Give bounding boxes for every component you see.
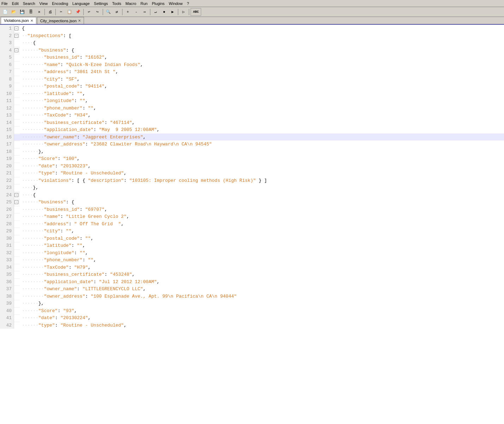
gutter-cell xyxy=(14,54,20,54)
line-number: 30 xyxy=(0,235,14,242)
line-number: 11 xyxy=(0,97,14,104)
toolbar-sync-scroll[interactable]: ⇔ xyxy=(141,8,149,16)
toolbar-close[interactable]: ✕ xyxy=(35,8,43,16)
line-number: 1 xyxy=(0,25,14,32)
line-content: ····}, xyxy=(20,184,504,191)
table-row: 14········"business_certificate": "46711… xyxy=(0,119,504,126)
toolbar-sep-7 xyxy=(178,9,178,15)
menubar: File Edit Search View Encoding Language … xyxy=(0,0,504,7)
line-number: 36 xyxy=(0,278,14,286)
tab-violations-close[interactable]: ✕ xyxy=(30,19,33,23)
fold-marker[interactable]: − xyxy=(14,48,18,52)
menu-edit[interactable]: Edit xyxy=(12,1,19,6)
fold-marker[interactable]: − xyxy=(14,193,18,197)
tab-city-inspections-json[interactable]: City_inspections.json ✕ xyxy=(37,17,84,24)
toolbar-cut[interactable]: ✂ xyxy=(57,8,65,16)
tab-city-close[interactable]: ✕ xyxy=(78,19,81,23)
toolbar-macro-play[interactable]: ▶ xyxy=(169,8,176,16)
tabbar: Violations.json ✕ City_inspections.json … xyxy=(0,17,504,25)
fold-marker[interactable]: − xyxy=(14,200,18,204)
toolbar-save[interactable]: 💾 xyxy=(18,8,26,16)
table-row: 21······"type": "Routine - Unscheduled", xyxy=(0,169,504,177)
line-number: 20 xyxy=(0,162,14,170)
toolbar-redo[interactable]: ↪ xyxy=(94,8,101,16)
menu-settings[interactable]: Settings xyxy=(94,1,108,6)
line-content: ······"date": "20130223", xyxy=(20,162,504,170)
toolbar-copy[interactable]: 📋 xyxy=(66,8,73,16)
menu-plugins[interactable]: Plugins xyxy=(152,1,164,6)
table-row: 8········"city": "SF", xyxy=(0,76,504,83)
table-row: 17········"owner_address": "23682 Clawit… xyxy=(0,141,504,148)
menu-window[interactable]: Window xyxy=(169,1,182,6)
menu-tools[interactable]: Tools xyxy=(112,1,121,6)
line-content: ········"latitude": "", xyxy=(20,90,504,97)
table-row: 27········"name": "Little Green Cyclo 2"… xyxy=(0,213,504,220)
table-row: 30········"postal_code": "", xyxy=(0,235,504,242)
menu-file[interactable]: File xyxy=(1,1,8,6)
toolbar-wrap[interactable]: ↵ xyxy=(152,8,160,16)
gutter-cell: − xyxy=(14,25,20,31)
gutter-cell xyxy=(14,112,20,112)
table-row: 37········"owner_name": "LITTLEGREENCYCL… xyxy=(0,285,504,293)
toolbar-zoom-in[interactable]: + xyxy=(124,8,132,16)
line-number: 7 xyxy=(0,68,14,76)
toolbar-open[interactable]: 📂 xyxy=(10,8,18,16)
fold-marker[interactable]: − xyxy=(14,26,18,30)
line-number: 39 xyxy=(0,300,14,307)
toolbar-abc[interactable]: ABC xyxy=(191,8,201,16)
table-row: 41······"date": "20130224", xyxy=(0,314,504,322)
toolbar-zoom-out[interactable]: - xyxy=(132,8,140,16)
line-number: 10 xyxy=(0,90,14,97)
toolbar-macro-rec[interactable]: ● xyxy=(160,8,168,16)
menu-view[interactable]: View xyxy=(40,1,48,6)
menu-encoding[interactable]: Encoding xyxy=(52,1,68,6)
gutter-cell xyxy=(14,119,20,120)
menu-help[interactable]: ? xyxy=(187,1,189,6)
line-content: ······"Score": "100", xyxy=(20,155,504,162)
table-row: 31········"latitude": "", xyxy=(0,242,504,249)
toolbar-save-all[interactable]: 🗄 xyxy=(27,8,35,16)
gutter-cell xyxy=(14,39,20,40)
table-row: 4−······"business": { xyxy=(0,47,504,54)
gutter-cell xyxy=(14,220,20,221)
table-row: 26········"business_id": "69707", xyxy=(0,206,504,213)
line-number: 9 xyxy=(0,83,14,90)
tab-violations-label: Violations.json xyxy=(4,18,29,23)
line-number: 34 xyxy=(0,264,14,271)
toolbar-undo[interactable]: ↩ xyxy=(85,8,93,16)
toolbar-replace[interactable]: ⇄ xyxy=(113,8,121,16)
table-row: 12········"phone_number": "", xyxy=(0,104,504,112)
line-number: 28 xyxy=(0,220,14,228)
fold-marker[interactable]: − xyxy=(14,34,18,38)
tab-violations-json[interactable]: Violations.json ✕ xyxy=(1,17,36,24)
line-content: ····{ xyxy=(20,39,504,47)
gutter-cell xyxy=(14,155,20,156)
line-content: ········"name": "Little Green Cyclo 2", xyxy=(20,213,504,220)
line-content: ········"phone_number": "", xyxy=(20,256,504,264)
toolbar-find[interactable]: 🔍 xyxy=(104,8,112,16)
line-content: ······"type": "Routine - Unscheduled", xyxy=(20,169,504,177)
gutter-cell: − xyxy=(14,191,20,197)
gutter-cell xyxy=(14,322,20,322)
toolbar-print[interactable]: 🖨 xyxy=(46,8,54,16)
editor[interactable]: 1−{2−··"inspections": [3····{4−······"bu… xyxy=(0,25,504,424)
line-number: 29 xyxy=(0,227,14,235)
menu-language[interactable]: Language xyxy=(72,1,90,6)
line-content: ········"postal_code": "", xyxy=(20,235,504,242)
gutter-cell xyxy=(14,184,20,185)
line-number: 18 xyxy=(0,148,14,155)
gutter-cell xyxy=(14,235,20,235)
line-number: 24 xyxy=(0,191,14,199)
menu-macro[interactable]: Macro xyxy=(125,1,136,6)
gutter-cell xyxy=(14,83,20,83)
line-content: ········"city": "", xyxy=(20,227,504,235)
table-row: 42······"type": "Routine - Unscheduled", xyxy=(0,322,504,329)
line-content: ······"business": { xyxy=(20,198,504,206)
toolbar-paste[interactable]: 📌 xyxy=(74,8,82,16)
line-content: ········"owner_address": "23682 Clawiter… xyxy=(20,141,504,148)
menu-run[interactable]: Run xyxy=(140,1,148,6)
line-number: 21 xyxy=(0,169,14,177)
menu-search[interactable]: Search xyxy=(23,1,35,6)
toolbar-new[interactable]: 📄 xyxy=(1,8,9,16)
toolbar-run[interactable]: ▷ xyxy=(180,8,187,16)
